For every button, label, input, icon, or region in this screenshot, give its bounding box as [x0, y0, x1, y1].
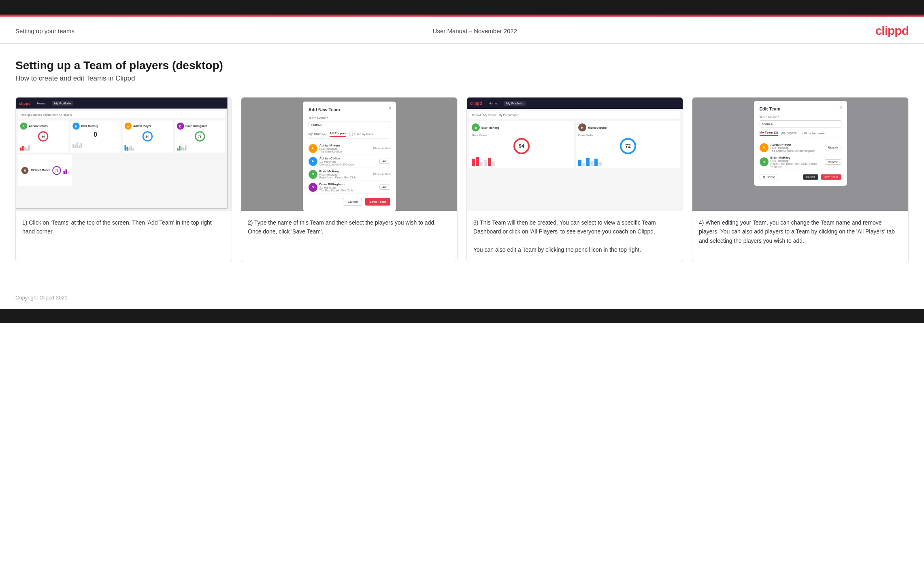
my-team-tab[interactable]: My Team (2) — [309, 132, 326, 136]
player-list: A Adrian Player Plus Handicap The Shire … — [309, 142, 390, 194]
step-3-text-1: 3) This Team will then be created. You c… — [473, 219, 656, 235]
edit-modal-title: Edit Team — [760, 106, 841, 111]
modal-footer: Cancel Save Team — [309, 198, 390, 206]
player-added-badge: Player Added — [373, 147, 390, 150]
page-title: Setting up a Team of players (desktop) — [15, 59, 909, 72]
step-4-screenshot: Edit Team ✕ Team Name * Team A My Team (… — [692, 98, 908, 211]
list-item: A Adrian Coliba 1.5 Handicap Central Lon… — [309, 155, 390, 168]
main-content: Setting up a Team of players (desktop) H… — [0, 44, 924, 286]
edit-my-team-tab[interactable]: My Team (2) — [760, 131, 778, 136]
list-item: D Dave Billingham 3.5 Handicap The Dog M… — [309, 181, 390, 194]
edit-team-name-input[interactable]: Team A — [760, 120, 841, 127]
edit-team-modal: Edit Team ✕ Team Name * Team A My Team (… — [754, 101, 847, 186]
list-item: A Adrian Player Plus Handicap The Shire … — [309, 142, 390, 155]
save-team-button[interactable]: Save Team — [821, 174, 841, 180]
steps-grid: clippd Home My Portfolio Finding 5 out o… — [15, 97, 909, 262]
edit-modal-close-icon[interactable]: ✕ — [839, 105, 843, 110]
field-label: Team Name * — [309, 116, 390, 120]
page-subtitle: How to create and edit Teams in Clippd — [15, 74, 909, 83]
logo: clippd — [875, 24, 909, 38]
remove-player-button[interactable]: Remove — [825, 145, 841, 150]
modal-close-icon[interactable]: ✕ — [388, 106, 392, 111]
step-1-card: clippd Home My Portfolio Finding 5 out o… — [15, 97, 232, 262]
edit-cancel-button[interactable]: Cancel — [803, 174, 818, 180]
edit-player-tabs: My Team (2) All Players Filter by name — [760, 131, 841, 138]
all-players-tab[interactable]: All Players — [330, 132, 346, 137]
add-player-button[interactable]: Add — [379, 159, 390, 164]
step-3-screenshot: clippd Home My Portfolio Team A My Teams… — [467, 98, 683, 211]
step-3-card: clippd Home My Portfolio Team A My Teams… — [466, 97, 683, 262]
delete-team-button[interactable]: 🗑 Delete — [760, 174, 778, 180]
add-player-button[interactable]: Add — [379, 185, 390, 190]
top-bar — [0, 0, 924, 15]
modal-title: Add New Team — [309, 107, 390, 112]
team-name-input[interactable]: Team A — [309, 121, 390, 128]
edit-player-list: A Adrian Player Plus Handicap The Shire … — [760, 141, 841, 170]
header: Setting up your teams User Manual – Nove… — [0, 17, 924, 44]
step-3-text-2: You can also edit a Team by clicking the… — [473, 246, 641, 253]
header-manual: User Manual – November 2022 — [433, 28, 517, 34]
list-item: B Blair McHarg Plus Handicap Royal North… — [309, 168, 390, 181]
edit-modal-footer: 🗑 Delete Cancel Save Team — [760, 174, 841, 180]
step-2-text: 2) Type the name of this Team and then s… — [241, 211, 457, 262]
step-2-screenshot: Add New Team ✕ Team Name * Team A My Tea… — [241, 98, 457, 211]
trash-icon: 🗑 — [763, 176, 766, 178]
add-team-modal: Add New Team ✕ Team Name * Team A My Tea… — [303, 102, 396, 211]
player-added-badge: Player Added — [373, 173, 390, 176]
list-item: A Adrian Player Plus Handicap The Shire … — [760, 141, 841, 154]
step-3-text: 3) This Team will then be created. You c… — [467, 211, 683, 262]
cancel-button[interactable]: Cancel — [343, 198, 362, 206]
footer: Copyright Clippd 2021 — [0, 286, 924, 309]
step-4-card: Edit Team ✕ Team Name * Team A My Team (… — [692, 97, 909, 262]
step-4-text: 4) When editing your Team, you can chang… — [692, 211, 908, 262]
edit-all-players-tab[interactable]: All Players — [781, 131, 796, 136]
step-1-text: 1) Click on 'Teams' at the top of the sc… — [16, 211, 232, 262]
bottom-bar — [0, 309, 924, 323]
header-section: Setting up your teams — [15, 28, 75, 34]
edit-filter-check: Filter by name — [800, 132, 825, 135]
edit-field-label: Team Name * — [760, 115, 841, 119]
step-2-card: Add New Team ✕ Team Name * Team A My Tea… — [241, 97, 458, 262]
copyright-text: Copyright Clippd 2021 — [15, 295, 68, 301]
step-1-screenshot: clippd Home My Portfolio Finding 5 out o… — [16, 98, 232, 211]
filter-check: Filter by name — [349, 132, 375, 136]
player-tabs: My Team (2) All Players Filter by name — [309, 132, 390, 139]
list-item: B Blair McHarg Plus Handicap Royal North… — [760, 154, 841, 170]
save-team-button[interactable]: Save Team — [365, 198, 390, 206]
remove-player-button[interactable]: Remove — [825, 159, 841, 165]
